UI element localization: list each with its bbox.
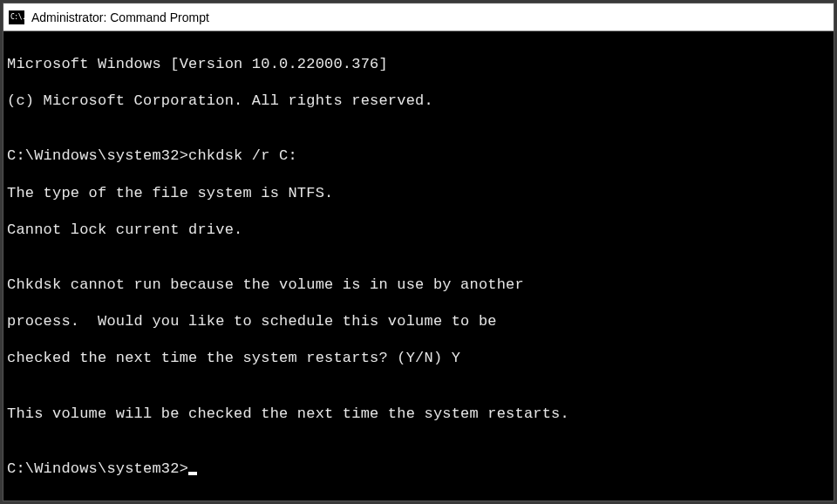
output-line: Microsoft Windows [Version 10.0.22000.37… <box>7 55 830 73</box>
cursor <box>188 472 197 475</box>
titlebar[interactable]: C:\. Administrator: Command Prompt <box>3 3 834 31</box>
command-prompt-window: C:\. Administrator: Command Prompt Micro… <box>3 3 834 501</box>
prompt-line[interactable]: C:\Windows\system32> <box>7 460 830 478</box>
output-line: This volume will be checked the next tim… <box>7 405 830 423</box>
window-title: Administrator: Command Prompt <box>31 10 209 24</box>
output-line: Cannot lock current drive. <box>7 221 830 239</box>
output-line: C:\Windows\system32>chkdsk /r C: <box>7 146 830 165</box>
output-line: (c) Microsoft Corporation. All rights re… <box>7 92 830 110</box>
prompt-text: C:\Windows\system32> <box>7 460 188 478</box>
output-line: process. Would you like to schedule this… <box>7 312 830 330</box>
output-line: checked the next time the system restart… <box>7 349 830 367</box>
cmd-icon-glyph: C:\. <box>10 14 25 21</box>
cmd-icon: C:\. <box>9 10 24 24</box>
output-line: The type of the file system is NTFS. <box>7 184 830 202</box>
terminal-area[interactable]: Microsoft Windows [Version 10.0.22000.37… <box>3 31 834 501</box>
output-line: Chkdsk cannot run because the volume is … <box>7 276 830 294</box>
